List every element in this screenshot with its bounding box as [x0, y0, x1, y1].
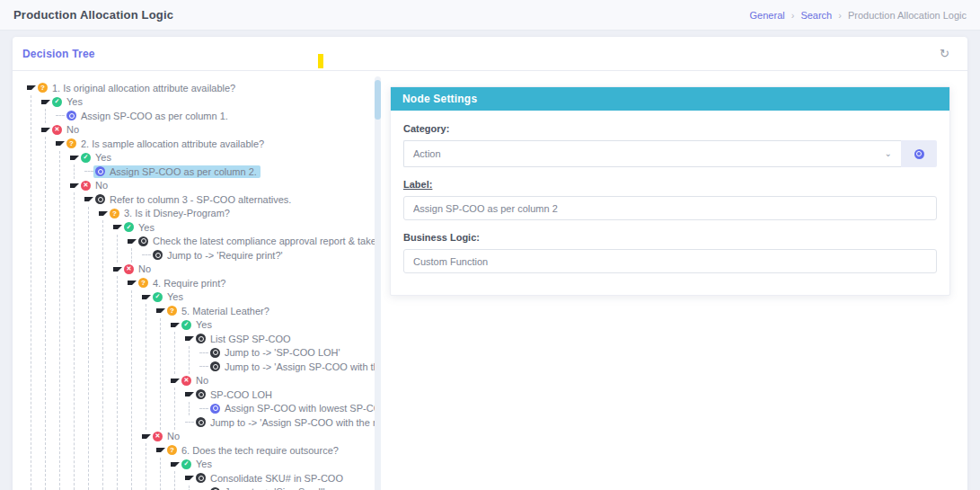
tree-node[interactable]: List GSP SP-COO [194, 333, 295, 345]
action-dark-icon [196, 334, 206, 343]
tree-node[interactable]: 1. Is original allocation attribute avai… [36, 82, 239, 94]
tree-node[interactable]: Yes [50, 95, 86, 108]
tree-node[interactable]: No [79, 179, 111, 192]
tree-node-label: 4. Require print? [153, 278, 225, 289]
business-logic-label: Business Logic: [403, 232, 937, 243]
tree-node[interactable]: Refer to column 3 - SP-COO alternatives. [93, 193, 295, 206]
tree-node-row: Jump to -> 'SP-COO LOH' [199, 346, 375, 361]
topbar: Production Allocation Logic General › Se… [0, 0, 980, 31]
refresh-icon[interactable]: ↻ [940, 48, 949, 59]
tree-node-row: Yes [171, 318, 375, 333]
card-title: Decision Tree [22, 48, 95, 60]
tree-node-row: Jump to -> 'Require print?' [142, 248, 375, 263]
yellow-cursor-marker [318, 54, 323, 68]
tree-expand-toggle[interactable] [113, 267, 122, 272]
tree-expand-toggle[interactable] [113, 225, 122, 229]
action-dark-icon [196, 389, 206, 399]
tree-node[interactable]: 6. Does the tech require outsource? [165, 444, 342, 457]
tree-node-label: 3. Is it Disney-Program? [124, 208, 230, 218]
tree-node-label: Check the latest compliance approval rep… [153, 236, 375, 246]
tree-node[interactable]: No [122, 263, 155, 275]
tree-node-row: 4. Require print? [128, 276, 375, 290]
decision-tree: 1. Is original allocation attribute avai… [27, 81, 375, 490]
tree-node[interactable]: 4. Require print? [137, 277, 229, 290]
tree-expand-toggle[interactable] [185, 336, 194, 341]
no-icon [81, 181, 91, 191]
tree-node[interactable]: Yes [151, 290, 187, 303]
tree-node[interactable]: No [151, 430, 183, 442]
category-node-type-button[interactable] [901, 140, 937, 167]
action-icon [66, 111, 76, 120]
tree-expand-toggle[interactable] [56, 141, 65, 146]
tree-node[interactable]: Jump to -> 'SP-COO LOH' [208, 346, 344, 359]
tree-node-row: No [113, 263, 375, 277]
tree-connector [199, 352, 208, 353]
tree-node[interactable]: Jump to -> 'Assign SP-COO with the most [208, 361, 375, 373]
tree-node-label: Jump to -> 'Assign SP-COO with the most [210, 417, 375, 428]
question-icon [38, 83, 48, 93]
tree-node[interactable]: Jump to -> 'Size Small' [208, 486, 329, 490]
tree-node[interactable]: Check the latest compliance approval rep… [137, 235, 375, 247]
action-dark-icon [153, 250, 163, 260]
tree-expand-toggle[interactable] [171, 323, 180, 327]
tree-expand-toggle[interactable] [70, 156, 79, 160]
tree-expand-toggle[interactable] [128, 281, 137, 285]
tree-scrollbar-track[interactable] [375, 76, 381, 490]
tree-expand-toggle[interactable] [128, 239, 137, 244]
tree-expand-toggle[interactable] [41, 100, 50, 104]
tree-expand-toggle[interactable] [142, 295, 151, 299]
tree-scrollbar-thumb[interactable] [375, 80, 381, 120]
tree-node[interactable]: 3. Is it Disney-Program? [108, 207, 234, 219]
tree-expand-toggle[interactable] [27, 85, 36, 90]
tree-node-label: No [66, 124, 79, 135]
tree-node-label: List GSP SP-COO [210, 334, 291, 344]
tree-node-row: Yes [171, 458, 375, 472]
tree-node-row: 1. Is original allocation attribute avai… [27, 81, 375, 95]
page-title: Production Allocation Logic [13, 8, 173, 22]
tree-expand-toggle[interactable] [171, 379, 180, 383]
tree-node[interactable]: SP-COO LOH [194, 388, 276, 401]
tree-expand-toggle[interactable] [99, 211, 108, 216]
tree-node[interactable]: No [180, 374, 212, 387]
tree-node[interactable]: Jump to -> 'Assign SP-COO with the most [194, 416, 375, 429]
tree-node-label: Jump to -> 'Require print?' [167, 250, 283, 261]
tree-node[interactable]: Assign SP-COO as per column 1. [65, 110, 232, 122]
tree-connector [142, 254, 151, 255]
tree-node[interactable]: Yes [180, 318, 216, 331]
tree-node-row: No [171, 374, 375, 388]
no-icon [124, 264, 134, 274]
tree-node[interactable]: 2. Is sample allocation attribute availa… [65, 138, 268, 150]
tree-expand-toggle[interactable] [156, 308, 165, 313]
tree-node[interactable]: 5. Material Leather? [165, 305, 273, 317]
tree-node[interactable]: Jump to -> 'Require print?' [151, 249, 287, 262]
tree-expand-toggle[interactable] [142, 434, 151, 439]
tree-node[interactable]: Consolidate SKU# in SP-COO [194, 472, 347, 485]
tree-expand-toggle[interactable] [185, 392, 194, 396]
tree-node-row: No [142, 430, 375, 444]
tree-node-row: Assign SP-COO as per column 2. [84, 165, 375, 179]
tree-node-label: Jump to -> 'Assign SP-COO with the most [225, 361, 375, 372]
tree-expand-toggle[interactable] [41, 128, 50, 132]
tree-node-label: No [167, 431, 180, 441]
business-logic-input[interactable] [403, 249, 937, 273]
tree-node-row: 6. Does the tech require outsource? [156, 443, 375, 458]
tree-expand-toggle[interactable] [84, 197, 93, 201]
tree-node[interactable]: No [50, 123, 83, 136]
tree-node-row: 3. Is it Disney-Program? [99, 207, 375, 221]
tree-node[interactable]: Yes [180, 458, 216, 470]
tree-expand-toggle[interactable] [185, 476, 194, 480]
breadcrumb-item-general[interactable]: General [750, 10, 785, 21]
category-select[interactable]: Action ⌄ [403, 140, 901, 167]
tree-node-label: No [138, 263, 151, 274]
tree-expand-toggle[interactable] [156, 448, 165, 452]
tree-node[interactable]: Yes [122, 221, 158, 234]
label-input[interactable] [403, 196, 937, 220]
tree-node[interactable]: Assign SP-COO as per column 2. [93, 165, 260, 178]
tree-node[interactable]: Yes [79, 151, 115, 164]
tree-node[interactable]: Assign SP-COO with lowest SP-COO LOH [208, 402, 375, 414]
tree-expand-toggle[interactable] [171, 462, 180, 467]
breadcrumb-item-search[interactable]: Search [800, 10, 832, 21]
yes-icon [81, 153, 91, 163]
tree-node-label: Consolidate SKU# in SP-COO [210, 473, 343, 484]
tree-expand-toggle[interactable] [70, 183, 79, 188]
